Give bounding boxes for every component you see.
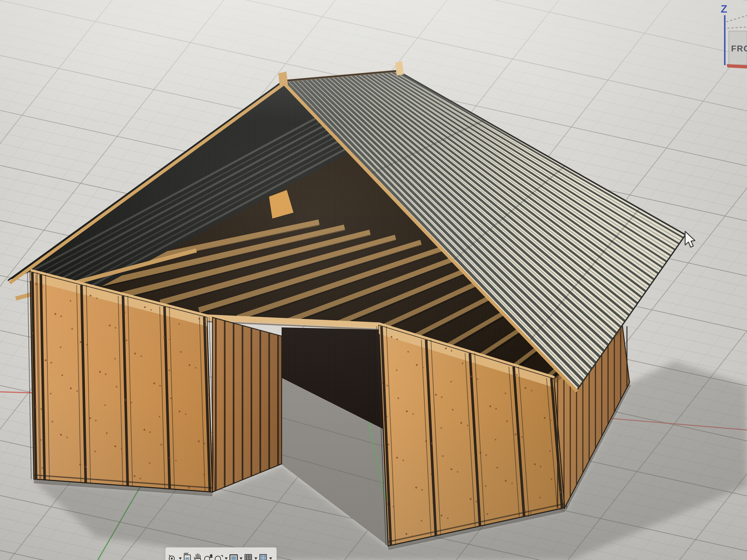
display-settings-button[interactable] xyxy=(229,550,238,560)
orbit-icon xyxy=(169,555,174,560)
viewcube-z-axis-label: Z xyxy=(721,3,727,15)
orbit-button[interactable] xyxy=(169,550,177,560)
grid-icon xyxy=(245,555,252,560)
viewcube-construction-dash-1 xyxy=(726,16,747,22)
zoom-icon: ± xyxy=(205,553,212,560)
svg-text:±: ± xyxy=(210,553,212,559)
look-at-icon xyxy=(184,553,190,560)
front-peak-board xyxy=(278,72,288,86)
fit-button[interactable] xyxy=(214,550,223,560)
navigation-toolbar: ± xyxy=(165,548,277,560)
viewcube-construction-dash-2 xyxy=(727,27,747,28)
pan-hand-icon xyxy=(194,554,201,560)
viewports-button[interactable] xyxy=(259,550,268,560)
fit-dropdown-caret[interactable] xyxy=(225,557,228,560)
zoom-button[interactable]: ± xyxy=(204,550,213,560)
partition-wall[interactable] xyxy=(212,317,282,492)
screen: { "viewcube": { "axis_label": "Z", "face… xyxy=(0,0,747,560)
viewports-icon xyxy=(260,555,266,560)
fit-icon xyxy=(215,556,223,560)
look-at-button[interactable] xyxy=(183,550,192,560)
display-settings-icon xyxy=(230,555,237,560)
grids-snaps-button[interactable] xyxy=(244,550,253,560)
viewcube[interactable]: Z FRO xyxy=(719,0,747,70)
3d-viewport-canvas[interactable] xyxy=(0,0,747,560)
pan-button[interactable] xyxy=(194,550,203,560)
orbit-dropdown-caret[interactable] xyxy=(179,557,182,560)
viewports-dropdown-caret[interactable] xyxy=(269,557,272,560)
back-peak-board xyxy=(395,61,404,76)
grids-snaps-dropdown-caret[interactable] xyxy=(254,557,257,560)
viewcube-face-label: FRO xyxy=(731,44,747,53)
display-settings-dropdown-caret[interactable] xyxy=(239,557,242,560)
